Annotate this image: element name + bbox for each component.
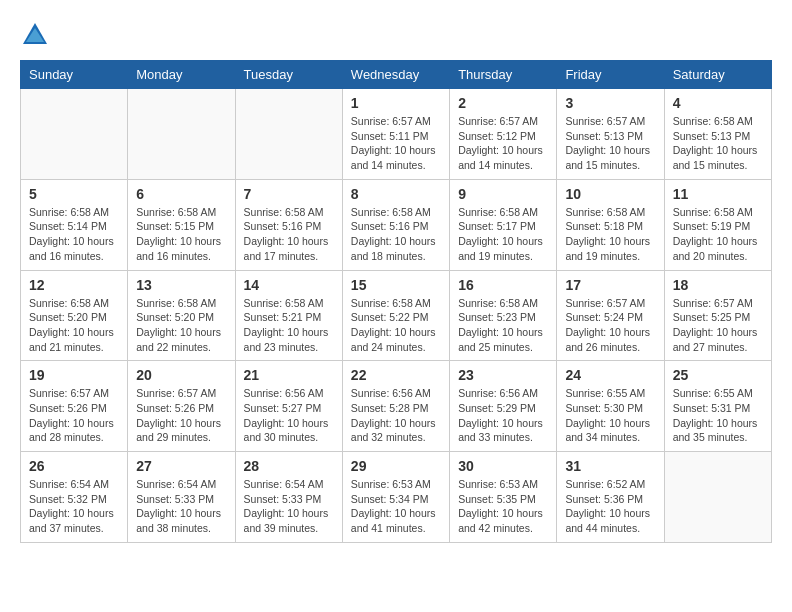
day-info: Sunrise: 6:58 AM Sunset: 5:13 PM Dayligh… <box>673 114 763 173</box>
calendar-cell: 10Sunrise: 6:58 AM Sunset: 5:18 PM Dayli… <box>557 179 664 270</box>
calendar-cell: 28Sunrise: 6:54 AM Sunset: 5:33 PM Dayli… <box>235 452 342 543</box>
calendar-cell <box>21 89 128 180</box>
calendar-cell: 23Sunrise: 6:56 AM Sunset: 5:29 PM Dayli… <box>450 361 557 452</box>
day-number: 2 <box>458 95 548 111</box>
calendar-table: SundayMondayTuesdayWednesdayThursdayFrid… <box>20 60 772 543</box>
header-wednesday: Wednesday <box>342 61 449 89</box>
day-number: 1 <box>351 95 441 111</box>
calendar-cell: 6Sunrise: 6:58 AM Sunset: 5:15 PM Daylig… <box>128 179 235 270</box>
day-number: 27 <box>136 458 226 474</box>
calendar-cell: 18Sunrise: 6:57 AM Sunset: 5:25 PM Dayli… <box>664 270 771 361</box>
day-number: 6 <box>136 186 226 202</box>
calendar-cell: 29Sunrise: 6:53 AM Sunset: 5:34 PM Dayli… <box>342 452 449 543</box>
day-info: Sunrise: 6:54 AM Sunset: 5:32 PM Dayligh… <box>29 477 119 536</box>
day-info: Sunrise: 6:56 AM Sunset: 5:28 PM Dayligh… <box>351 386 441 445</box>
header-tuesday: Tuesday <box>235 61 342 89</box>
calendar-cell: 24Sunrise: 6:55 AM Sunset: 5:30 PM Dayli… <box>557 361 664 452</box>
day-info: Sunrise: 6:57 AM Sunset: 5:26 PM Dayligh… <box>29 386 119 445</box>
week-row-1: 1Sunrise: 6:57 AM Sunset: 5:11 PM Daylig… <box>21 89 772 180</box>
calendar-cell: 31Sunrise: 6:52 AM Sunset: 5:36 PM Dayli… <box>557 452 664 543</box>
day-number: 19 <box>29 367 119 383</box>
day-number: 13 <box>136 277 226 293</box>
calendar-cell: 26Sunrise: 6:54 AM Sunset: 5:32 PM Dayli… <box>21 452 128 543</box>
day-number: 12 <box>29 277 119 293</box>
day-info: Sunrise: 6:57 AM Sunset: 5:24 PM Dayligh… <box>565 296 655 355</box>
day-number: 3 <box>565 95 655 111</box>
calendar-cell: 25Sunrise: 6:55 AM Sunset: 5:31 PM Dayli… <box>664 361 771 452</box>
day-info: Sunrise: 6:58 AM Sunset: 5:23 PM Dayligh… <box>458 296 548 355</box>
day-info: Sunrise: 6:56 AM Sunset: 5:29 PM Dayligh… <box>458 386 548 445</box>
day-number: 31 <box>565 458 655 474</box>
day-number: 10 <box>565 186 655 202</box>
day-info: Sunrise: 6:53 AM Sunset: 5:34 PM Dayligh… <box>351 477 441 536</box>
day-number: 9 <box>458 186 548 202</box>
calendar-cell: 3Sunrise: 6:57 AM Sunset: 5:13 PM Daylig… <box>557 89 664 180</box>
calendar-cell: 12Sunrise: 6:58 AM Sunset: 5:20 PM Dayli… <box>21 270 128 361</box>
day-number: 11 <box>673 186 763 202</box>
calendar-cell: 8Sunrise: 6:58 AM Sunset: 5:16 PM Daylig… <box>342 179 449 270</box>
calendar-cell: 16Sunrise: 6:58 AM Sunset: 5:23 PM Dayli… <box>450 270 557 361</box>
calendar-cell: 7Sunrise: 6:58 AM Sunset: 5:16 PM Daylig… <box>235 179 342 270</box>
calendar-cell: 13Sunrise: 6:58 AM Sunset: 5:20 PM Dayli… <box>128 270 235 361</box>
day-number: 20 <box>136 367 226 383</box>
calendar-cell <box>235 89 342 180</box>
day-info: Sunrise: 6:58 AM Sunset: 5:16 PM Dayligh… <box>351 205 441 264</box>
day-info: Sunrise: 6:53 AM Sunset: 5:35 PM Dayligh… <box>458 477 548 536</box>
day-info: Sunrise: 6:52 AM Sunset: 5:36 PM Dayligh… <box>565 477 655 536</box>
day-number: 7 <box>244 186 334 202</box>
calendar-cell: 9Sunrise: 6:58 AM Sunset: 5:17 PM Daylig… <box>450 179 557 270</box>
calendar-cell: 4Sunrise: 6:58 AM Sunset: 5:13 PM Daylig… <box>664 89 771 180</box>
calendar-cell: 5Sunrise: 6:58 AM Sunset: 5:14 PM Daylig… <box>21 179 128 270</box>
header-monday: Monday <box>128 61 235 89</box>
calendar-cell: 30Sunrise: 6:53 AM Sunset: 5:35 PM Dayli… <box>450 452 557 543</box>
calendar-cell: 15Sunrise: 6:58 AM Sunset: 5:22 PM Dayli… <box>342 270 449 361</box>
header-sunday: Sunday <box>21 61 128 89</box>
day-info: Sunrise: 6:55 AM Sunset: 5:31 PM Dayligh… <box>673 386 763 445</box>
calendar-cell: 1Sunrise: 6:57 AM Sunset: 5:11 PM Daylig… <box>342 89 449 180</box>
logo-icon <box>20 20 50 50</box>
day-info: Sunrise: 6:57 AM Sunset: 5:13 PM Dayligh… <box>565 114 655 173</box>
calendar-cell: 11Sunrise: 6:58 AM Sunset: 5:19 PM Dayli… <box>664 179 771 270</box>
day-info: Sunrise: 6:58 AM Sunset: 5:15 PM Dayligh… <box>136 205 226 264</box>
calendar-cell: 14Sunrise: 6:58 AM Sunset: 5:21 PM Dayli… <box>235 270 342 361</box>
calendar-cell: 17Sunrise: 6:57 AM Sunset: 5:24 PM Dayli… <box>557 270 664 361</box>
day-number: 4 <box>673 95 763 111</box>
day-info: Sunrise: 6:58 AM Sunset: 5:20 PM Dayligh… <box>136 296 226 355</box>
day-info: Sunrise: 6:58 AM Sunset: 5:22 PM Dayligh… <box>351 296 441 355</box>
day-info: Sunrise: 6:55 AM Sunset: 5:30 PM Dayligh… <box>565 386 655 445</box>
day-info: Sunrise: 6:58 AM Sunset: 5:16 PM Dayligh… <box>244 205 334 264</box>
day-info: Sunrise: 6:58 AM Sunset: 5:19 PM Dayligh… <box>673 205 763 264</box>
calendar-cell: 20Sunrise: 6:57 AM Sunset: 5:26 PM Dayli… <box>128 361 235 452</box>
day-number: 18 <box>673 277 763 293</box>
calendar-header-row: SundayMondayTuesdayWednesdayThursdayFrid… <box>21 61 772 89</box>
day-number: 17 <box>565 277 655 293</box>
day-info: Sunrise: 6:57 AM Sunset: 5:26 PM Dayligh… <box>136 386 226 445</box>
calendar-cell <box>128 89 235 180</box>
day-info: Sunrise: 6:58 AM Sunset: 5:14 PM Dayligh… <box>29 205 119 264</box>
week-row-2: 5Sunrise: 6:58 AM Sunset: 5:14 PM Daylig… <box>21 179 772 270</box>
logo <box>20 20 54 50</box>
calendar-cell: 22Sunrise: 6:56 AM Sunset: 5:28 PM Dayli… <box>342 361 449 452</box>
calendar-cell: 19Sunrise: 6:57 AM Sunset: 5:26 PM Dayli… <box>21 361 128 452</box>
week-row-3: 12Sunrise: 6:58 AM Sunset: 5:20 PM Dayli… <box>21 270 772 361</box>
day-number: 22 <box>351 367 441 383</box>
week-row-4: 19Sunrise: 6:57 AM Sunset: 5:26 PM Dayli… <box>21 361 772 452</box>
day-info: Sunrise: 6:57 AM Sunset: 5:25 PM Dayligh… <box>673 296 763 355</box>
day-number: 24 <box>565 367 655 383</box>
calendar-cell: 27Sunrise: 6:54 AM Sunset: 5:33 PM Dayli… <box>128 452 235 543</box>
day-info: Sunrise: 6:54 AM Sunset: 5:33 PM Dayligh… <box>244 477 334 536</box>
day-number: 8 <box>351 186 441 202</box>
calendar-cell <box>664 452 771 543</box>
day-info: Sunrise: 6:58 AM Sunset: 5:21 PM Dayligh… <box>244 296 334 355</box>
day-info: Sunrise: 6:57 AM Sunset: 5:12 PM Dayligh… <box>458 114 548 173</box>
calendar-cell: 2Sunrise: 6:57 AM Sunset: 5:12 PM Daylig… <box>450 89 557 180</box>
header-thursday: Thursday <box>450 61 557 89</box>
day-number: 25 <box>673 367 763 383</box>
header-saturday: Saturday <box>664 61 771 89</box>
page-header <box>20 20 772 50</box>
day-info: Sunrise: 6:58 AM Sunset: 5:20 PM Dayligh… <box>29 296 119 355</box>
day-number: 29 <box>351 458 441 474</box>
day-info: Sunrise: 6:56 AM Sunset: 5:27 PM Dayligh… <box>244 386 334 445</box>
day-number: 16 <box>458 277 548 293</box>
day-number: 14 <box>244 277 334 293</box>
